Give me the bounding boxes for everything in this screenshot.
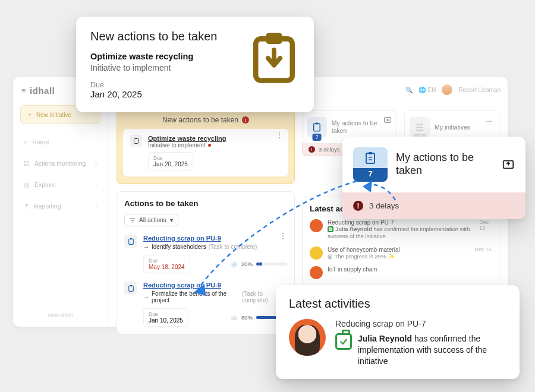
sidebar-item-home[interactable]: ⌂ Home — [18, 134, 103, 150]
task-step: Formalize the benefits of the project — [152, 290, 240, 304]
activity-row[interactable]: IoT in supply chain — [310, 266, 492, 279]
sidebar-item-label: Reporting — [34, 203, 61, 210]
new-initiative-label: New initiative — [36, 112, 71, 118]
filter-icon — [130, 217, 136, 223]
popup-heading: New actions to be taken — [90, 30, 248, 43]
filter-label: All actions — [139, 217, 166, 223]
delays-label: 3 delays — [319, 146, 339, 153]
sidebar-item-label: Home — [32, 138, 49, 146]
compass-icon: ◎ — [24, 181, 30, 188]
more-icon[interactable]: ⋮ — [279, 235, 287, 237]
due-value: Jan 20, 2025 — [90, 89, 248, 99]
clipboard-icon — [124, 235, 137, 248]
clipboard-icon — [130, 135, 142, 147]
popup-item-title: Optimize waste recycling — [90, 52, 248, 61]
alert-badge-icon: ! — [242, 116, 249, 124]
avatar — [310, 246, 323, 260]
open-icon[interactable] — [502, 158, 515, 171]
activity-row[interactable]: Use of honeycomb material ◎ The progress… — [310, 246, 492, 260]
tile-thumb-icon: ☰ 13 — [410, 117, 430, 137]
sidebar-footer: New idhall — [18, 312, 103, 318]
svg-rect-0 — [134, 138, 139, 144]
filter-button[interactable]: All actions ▾ — [124, 214, 178, 226]
progress-label: 20% — [241, 261, 253, 267]
svg-rect-2 — [128, 239, 133, 244]
highlight-item[interactable]: Optimize waste recycling Initiative to i… — [123, 129, 288, 176]
task-title: Reducting scrap on PU-9 — [143, 282, 287, 289]
activity-date: Dec 15 — [474, 246, 492, 260]
due-label: Due — [153, 155, 188, 161]
new-actions-highlight: New actions to be taken ! Optimize waste… — [117, 110, 295, 184]
more-icon[interactable]: ⋮ — [275, 134, 284, 136]
menu-icon[interactable]: ≡ — [21, 86, 26, 95]
sidebar-item-actions-monitoring[interactable]: ☑ Actions monitoring › — [18, 155, 103, 172]
activity-row[interactable]: Reducting scrap on PU-7 Julia Reynold ha… — [310, 219, 492, 241]
due-label: Due — [149, 311, 183, 317]
panel-title: Actions to be taken — [124, 199, 287, 208]
sidebar-item-reporting[interactable]: ⇡ Reporting › — [18, 198, 103, 214]
due-badge: Due Jan 10, 2025 — [143, 308, 188, 327]
arrow-right-icon: → — [143, 244, 149, 250]
tile-label: My actions to be taken — [332, 119, 392, 134]
weather-cloud-icon: ☁️ — [231, 314, 238, 321]
user-name[interactable]: Robert Licoman — [458, 87, 501, 93]
open-icon[interactable] — [383, 116, 392, 127]
clipboard-icon: ☑ — [24, 160, 30, 167]
tile-label: My initiatives — [435, 124, 470, 131]
clipboard-check-icon — [335, 333, 352, 350]
chevron-right-icon: › — [95, 203, 97, 209]
avatar — [310, 266, 323, 279]
activity-title: IoT in supply chain — [328, 266, 377, 273]
due-label: Due — [149, 258, 185, 264]
svg-rect-4 — [128, 286, 133, 291]
alert-icon: ! — [309, 146, 315, 153]
svg-rect-1 — [136, 138, 137, 139]
popup-latest-activities: Latest activities Reducing scrap on PU-7… — [276, 285, 520, 379]
task-title: Reducting scrap on PU-9 — [143, 235, 287, 242]
highlight-item-subtitle: Initiative to implement — [148, 142, 206, 148]
sidebar-item-label: Explore — [34, 181, 56, 188]
popup-heading: Latest activities — [289, 297, 506, 311]
chart-icon: ⇡ — [24, 203, 29, 210]
chevron-down-icon: ▾ — [170, 217, 173, 223]
alert-icon: ! — [353, 201, 363, 211]
task-step: Identify stakeholders — [152, 244, 206, 250]
status-dot-icon — [208, 144, 211, 147]
activity-body: Julia Reynold has confirmed the implemen… — [358, 333, 506, 367]
task-row[interactable]: Reducting scrap on PU-9 → Formalize the … — [124, 282, 287, 327]
activity-title: Reducting scrap on PU-7 — [328, 219, 474, 226]
sidebar-item-label: Actions monitoring — [34, 160, 86, 167]
arrow-right-icon[interactable]: → — [484, 116, 494, 127]
search-icon[interactable]: 🔍 — [405, 87, 413, 93]
home-icon: ⌂ — [24, 138, 27, 146]
due-value: Jan 10, 2025 — [149, 317, 183, 324]
task-row[interactable]: Reducting scrap on PU-9 → Identify stake… — [124, 235, 287, 273]
svg-rect-10 — [266, 33, 282, 44]
plus-icon: ＋ — [27, 110, 33, 119]
svg-rect-6 — [314, 124, 320, 131]
language-switch[interactable]: 🌐 EN — [418, 87, 436, 93]
topbar: 🔍 🌐 EN Robert Licoman — [405, 84, 501, 95]
due-value: Jan 20, 2025 — [153, 161, 188, 167]
sidebar-item-explore[interactable]: ◎ Explore › — [18, 176, 103, 193]
svg-rect-3 — [130, 238, 131, 239]
avatar — [310, 219, 323, 232]
chevron-right-icon: › — [95, 160, 97, 166]
target-icon: ◎ — [328, 253, 334, 260]
sidebar: ≡ idhall ＋ New initiative ⌂ Home ☑ Actio… — [13, 77, 108, 327]
due-badge: Due May 18, 2024 — [143, 255, 190, 273]
activity-title: Use of honeycomb material — [328, 246, 400, 253]
delays-label: 3 delays — [369, 201, 399, 210]
actions-panel: Actions to be taken All actions ▾ Reduct… — [117, 191, 295, 334]
tile-count: 7 — [313, 134, 322, 141]
brand-name: idhall — [30, 86, 55, 96]
chevron-right-icon: › — [95, 182, 97, 188]
svg-rect-12 — [369, 152, 372, 154]
tile-thumb-icon: 7 — [307, 117, 327, 137]
weather-rain-icon: 🌧️ — [231, 261, 238, 267]
svg-rect-11 — [366, 153, 374, 163]
highlight-title: New actions to be taken — [162, 116, 238, 124]
avatar[interactable] — [442, 84, 452, 95]
svg-rect-7 — [316, 123, 319, 125]
clipboard-icon — [124, 282, 137, 295]
